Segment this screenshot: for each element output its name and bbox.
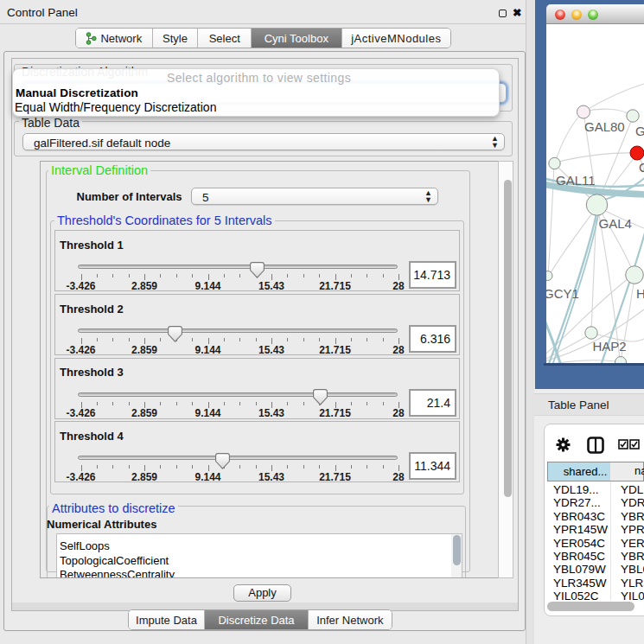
svg-text:HAP2: HAP2 — [593, 339, 627, 354]
svg-text:GAL80: GAL80 — [584, 119, 625, 134]
svg-text:H: H — [636, 286, 644, 301]
svg-text:GCY1: GCY1 — [546, 286, 579, 301]
svg-text:GA: GA — [635, 124, 644, 138]
svg-text:GAL11: GAL11 — [556, 173, 596, 188]
svg-text:C: C — [639, 160, 644, 175]
svg-text:GAL4: GAL4 — [599, 216, 632, 231]
